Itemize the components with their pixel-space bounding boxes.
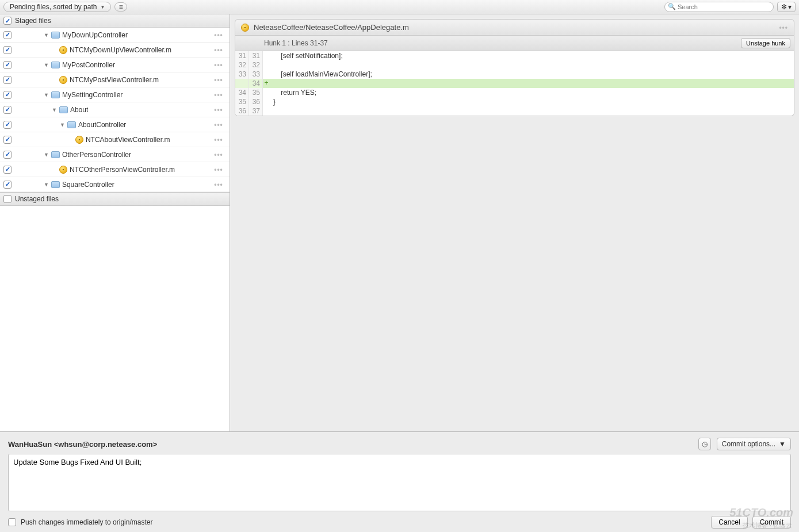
commit-panel: WanHuaSun <whsun@corp.netease.com> ◷ Com… [0, 431, 799, 532]
code-text: [self setNotification]; [270, 51, 794, 60]
code-text [270, 60, 794, 70]
file-icon [241, 24, 249, 32]
disclosure-triangle-icon[interactable]: ▼ [60, 122, 65, 128]
row-more-button[interactable]: ••• [211, 46, 226, 54]
disclosure-triangle-icon[interactable]: ▼ [44, 152, 49, 158]
row-checkbox[interactable] [3, 121, 12, 129]
diff-mark [263, 88, 270, 97]
old-line-number: 36 [235, 106, 249, 116]
code-line[interactable]: 3131 [self setNotification]; [235, 51, 794, 60]
tree-folder-row[interactable]: ▼About••• [0, 102, 230, 117]
tree-folder-row[interactable]: ▼SquareController••• [0, 177, 230, 192]
file-status-icon [59, 46, 67, 54]
row-checkbox[interactable] [3, 166, 12, 174]
clock-icon: ◷ [702, 440, 708, 448]
row-checkbox[interactable] [3, 46, 12, 54]
row-more-button[interactable]: ••• [211, 76, 226, 84]
tree-file-row[interactable]: ▼NTCMyPostViewController.m••• [0, 72, 230, 87]
tree-folder-row[interactable]: ▼MySettingController••• [0, 87, 230, 102]
folder-icon [59, 106, 68, 113]
file-tree[interactable]: ▼MyDownUpController•••▼NTCMyDownUpViewCo… [0, 28, 230, 192]
row-more-button[interactable]: ••• [211, 181, 226, 189]
row-label: NTCMyPostViewController.m [70, 76, 159, 84]
folder-icon [51, 181, 60, 188]
staged-checkbox[interactable] [3, 17, 12, 25]
row-checkbox[interactable] [3, 181, 12, 189]
row-more-button[interactable]: ••• [211, 166, 226, 174]
sort-dropdown[interactable]: Pending files, sorted by path ▼ [3, 2, 111, 12]
settings-menu[interactable]: ✻ ▾ [777, 2, 796, 12]
row-checkbox[interactable] [3, 136, 12, 144]
old-line-number: 31 [235, 51, 249, 60]
code-line[interactable]: 3435 return YES; [235, 88, 794, 97]
file-status-icon [75, 136, 83, 144]
tree-folder-row[interactable]: ▼MyPostController••• [0, 58, 230, 72]
commit-button[interactable]: Commit [752, 516, 791, 529]
folder-icon [51, 62, 60, 68]
diff-code[interactable]: 3131 [self setNotification];32323333 [se… [235, 51, 794, 116]
unstaged-files-header[interactable]: Unstaged files [0, 192, 230, 206]
cancel-button[interactable]: Cancel [711, 516, 747, 529]
code-text: } [270, 97, 794, 106]
disclosure-triangle-icon[interactable]: ▼ [44, 92, 49, 98]
commit-author: WanHuaSun <whsun@corp.netease.com> [8, 440, 157, 449]
search-input[interactable] [664, 2, 774, 12]
row-more-button[interactable]: ••• [211, 91, 226, 99]
unstage-hunk-button[interactable]: Unstage hunk [741, 38, 790, 48]
row-label: SquareController [62, 181, 114, 189]
disclosure-triangle-icon[interactable]: ▼ [44, 182, 49, 187]
disclosure-triangle-icon[interactable]: ▼ [52, 107, 57, 113]
row-label: MyDownUpController [62, 31, 128, 39]
code-text: [self loadMainViewController]; [270, 70, 794, 79]
row-label: About [70, 106, 88, 114]
unstaged-header-label: Unstaged files [15, 195, 59, 203]
diff-mark [263, 51, 270, 60]
row-checkbox[interactable] [3, 151, 12, 159]
code-line[interactable]: 34+ [235, 79, 794, 88]
list-view-toggle[interactable]: ≡ [114, 2, 127, 12]
tree-file-row[interactable]: ▼NTCOtherPersonViewController.m••• [0, 162, 230, 177]
tree-folder-row[interactable]: ▼MyDownUpController••• [0, 28, 230, 43]
unstaged-checkbox[interactable] [3, 195, 12, 203]
new-line-number: 33 [249, 70, 263, 79]
row-checkbox[interactable] [3, 76, 12, 84]
history-button[interactable]: ◷ [698, 438, 711, 450]
chevron-down-icon: ▾ [788, 3, 792, 11]
code-line[interactable]: 3637 [235, 106, 794, 116]
row-checkbox[interactable] [3, 106, 12, 114]
code-line[interactable]: 3333 [self loadMainViewController]; [235, 70, 794, 79]
row-more-button[interactable]: ••• [211, 106, 226, 114]
row-more-button[interactable]: ••• [211, 61, 226, 69]
row-more-button[interactable]: ••• [211, 136, 226, 144]
code-line[interactable]: 3232 [235, 60, 794, 70]
tree-folder-row[interactable]: ▼AboutController••• [0, 117, 230, 132]
disclosure-triangle-icon[interactable]: ▼ [44, 32, 49, 38]
old-line-number: 35 [235, 97, 249, 106]
row-checkbox[interactable] [3, 31, 12, 39]
row-checkbox[interactable] [3, 61, 12, 69]
push-checkbox[interactable] [8, 518, 16, 526]
code-line[interactable]: 3536} [235, 97, 794, 106]
row-more-button[interactable]: ••• [211, 121, 226, 129]
row-checkbox[interactable] [3, 91, 12, 99]
diff-mark: + [263, 79, 270, 88]
commit-message-input[interactable] [8, 454, 791, 511]
unstaged-empty [0, 206, 230, 431]
row-label: NTCMyDownUpViewController.m [70, 46, 171, 54]
diff-mark [263, 97, 270, 106]
file-more-button[interactable]: ••• [779, 24, 788, 32]
row-label: OtherPersonController [62, 151, 131, 159]
staged-header-label: Staged files [15, 17, 51, 25]
row-more-button[interactable]: ••• [211, 151, 226, 159]
disclosure-triangle-icon[interactable]: ▼ [44, 62, 49, 68]
old-line-number: 34 [235, 88, 249, 97]
tree-file-row[interactable]: ▼NTCMyDownUpViewController.m••• [0, 43, 230, 58]
staged-files-header[interactable]: Staged files [0, 14, 230, 28]
list-icon: ≡ [119, 3, 123, 11]
gear-icon: ✻ [781, 3, 787, 11]
row-more-button[interactable]: ••• [211, 31, 226, 39]
tree-folder-row[interactable]: ▼OtherPersonController••• [0, 147, 230, 162]
tree-file-row[interactable]: ▼NTCAboutViewController.m••• [0, 132, 230, 147]
commit-options-dropdown[interactable]: Commit options... ▼ [717, 438, 791, 450]
old-line-number: 33 [235, 70, 249, 79]
